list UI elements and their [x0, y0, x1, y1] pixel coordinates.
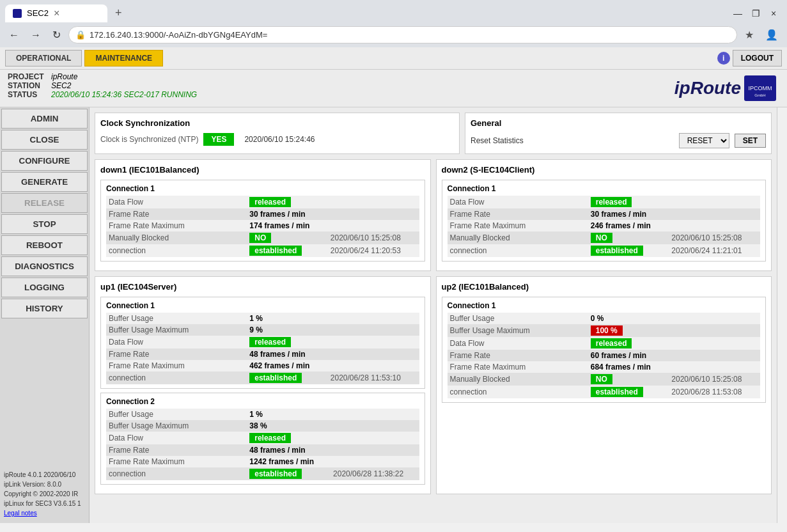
admin-button[interactable]: ADMIN [1, 109, 88, 129]
down2-conn1-box: Connection 1 Data Flow released Frame Ra… [442, 180, 767, 262]
new-tab-button[interactable]: + [110, 4, 127, 22]
history-button[interactable]: HISTORY [1, 299, 88, 318]
cell-extra: 2020/06/28 11:53:10 [325, 372, 419, 384]
table-row: connection established 2020/06/24 11:21:… [448, 244, 761, 257]
up1-conn2-box: Connection 2 Buffer Usage 1 % Buffer Usa… [100, 393, 425, 485]
cell-value: 1 % [247, 313, 325, 324]
project-label: PROJECT [8, 72, 46, 81]
cell-extra: 2020/06/10 15:25:08 [666, 231, 760, 244]
up2-conn1-box: Connection 1 Buffer Usage 0 % Buffer Usa… [442, 297, 767, 403]
cell-extra: 2020/06/28 11:38:22 [328, 467, 419, 480]
cell-extra [666, 313, 760, 324]
status-badge: released [591, 197, 632, 207]
footer-line1: ipRoute 4.0.1 2020/06/10 [4, 470, 85, 480]
table-row: Frame Rate 30 frames / min [106, 208, 419, 220]
close-button[interactable]: CLOSE [1, 130, 88, 150]
status-badge: released [591, 338, 632, 348]
top-nav: OPERATIONAL MAINTENANCE i LOGOUT [0, 47, 787, 70]
cell-label: Frame Rate Maximum [106, 220, 247, 231]
table-row: Manually Blocked NO 2020/06/10 15:25:08 [106, 231, 419, 244]
operational-button[interactable]: OPERATIONAL [5, 50, 82, 66]
status-badge: NO [249, 233, 271, 243]
window-close-button[interactable]: × [765, 6, 782, 20]
cell-value: NO [588, 231, 667, 244]
window-minimize-button[interactable]: — [729, 6, 746, 20]
status-badge: released [249, 337, 291, 347]
cell-value: 174 frames / min [247, 220, 325, 231]
cell-label: connection [106, 244, 247, 257]
table-row: Frame Rate Maximum 246 frames / min [448, 220, 761, 231]
cell-extra [666, 337, 760, 350]
general-title: General [471, 118, 766, 128]
set-button[interactable]: SET [735, 134, 766, 148]
browser-tab[interactable]: SEC2 × [5, 4, 107, 22]
cell-label: connection [448, 386, 588, 398]
cell-extra [325, 196, 419, 208]
profile-button[interactable]: 👤 [761, 26, 782, 43]
generate-button[interactable]: GENERATE [1, 172, 88, 192]
cell-extra [328, 444, 419, 456]
cell-extra [666, 196, 760, 208]
cell-extra [666, 324, 760, 337]
back-button[interactable]: ← [5, 27, 23, 43]
info-icon[interactable]: i [717, 52, 730, 65]
cell-value: 0 % [588, 313, 667, 324]
logout-button[interactable]: LOGOUT [733, 50, 782, 66]
status-badge: NO [591, 374, 612, 384]
up1-conn1-box: Connection 1 Buffer Usage 1 % Buffer Usa… [100, 297, 425, 389]
logo-text: ipRoute [674, 78, 741, 98]
cell-value: released [247, 196, 325, 208]
scrollbar[interactable] [777, 107, 787, 523]
table-row: Buffer Usage 1 % [106, 409, 419, 420]
table-row: Data Flow released [106, 196, 419, 208]
tab-title: SEC2 [27, 8, 49, 18]
diagnostics-button[interactable]: DIAGNOSTICS [1, 256, 88, 276]
station-value: SEC2 [51, 81, 71, 90]
forward-button[interactable]: → [27, 27, 45, 43]
window-restore-button[interactable]: ❐ [747, 6, 764, 20]
top-panels-row: Clock Synchronization Clock is Synchroni… [95, 113, 772, 154]
reset-select[interactable]: RESET [679, 133, 729, 148]
status-badge: established [249, 246, 302, 256]
clock-sync-title: Clock Synchronization [100, 118, 454, 128]
cell-label: Frame Rate [448, 350, 588, 361]
up1-section: up1 (IEC104Server) Connection 1 Buffer U… [95, 276, 431, 494]
up1-conn1-title: Connection 1 [106, 301, 419, 310]
down-panels-row: down1 (IEC101Balanced) Connection 1 Data… [95, 159, 772, 271]
general-panel: General Reset Statistics RESET SET [465, 113, 772, 154]
cell-value: 30 frames / min [588, 208, 667, 220]
project-value: ipRoute [51, 72, 77, 81]
down2-section: down2 (S-IEC104Client) Connection 1 Data… [436, 159, 772, 271]
cell-label: Data Flow [106, 196, 247, 208]
down2-conn1-title: Connection 1 [448, 184, 761, 193]
configure-button[interactable]: CONFIGURE [1, 151, 88, 171]
cell-label: Buffer Usage Maximum [106, 324, 247, 336]
table-row: Buffer Usage Maximum 100 % [448, 324, 761, 337]
cell-label: Frame Rate Maximum [448, 220, 588, 231]
maintenance-button[interactable]: MAINTENANCE [84, 50, 163, 66]
project-bar: PROJECT ipRoute STATION SEC2 STATUS 2020… [0, 70, 787, 107]
url-input[interactable]: 🔒 172.16.240.13:9000/-AoAiZn-dbYGNg4EAYd… [68, 26, 737, 43]
cell-value: 48 frames / min [247, 348, 325, 360]
cell-extra [328, 409, 419, 420]
cell-label: connection [106, 372, 247, 384]
reboot-button[interactable]: REBOOT [1, 235, 88, 255]
cell-extra [325, 313, 419, 324]
cell-value: released [588, 196, 667, 208]
cell-label: Buffer Usage Maximum [448, 324, 588, 337]
bookmark-button[interactable]: ★ [741, 26, 758, 43]
up2-title: up2 (IEC101Balanced) [442, 282, 767, 292]
cell-value: 684 frames / min [588, 361, 667, 373]
tab-close-btn[interactable]: × [54, 8, 59, 19]
reload-button[interactable]: ↻ [49, 26, 65, 43]
cell-value: established [247, 244, 325, 257]
cell-extra [325, 348, 419, 360]
table-row: Buffer Usage Maximum 38 % [106, 420, 419, 432]
cell-value: 38 % [247, 420, 328, 432]
cell-extra [328, 420, 419, 432]
station-label: STATION [8, 81, 46, 90]
table-row: Buffer Usage 1 % [106, 313, 419, 324]
logging-button[interactable]: LOGGING [1, 278, 88, 297]
stop-button[interactable]: STOP [1, 214, 88, 234]
legal-notes-link[interactable]: Legal notes [4, 510, 37, 517]
